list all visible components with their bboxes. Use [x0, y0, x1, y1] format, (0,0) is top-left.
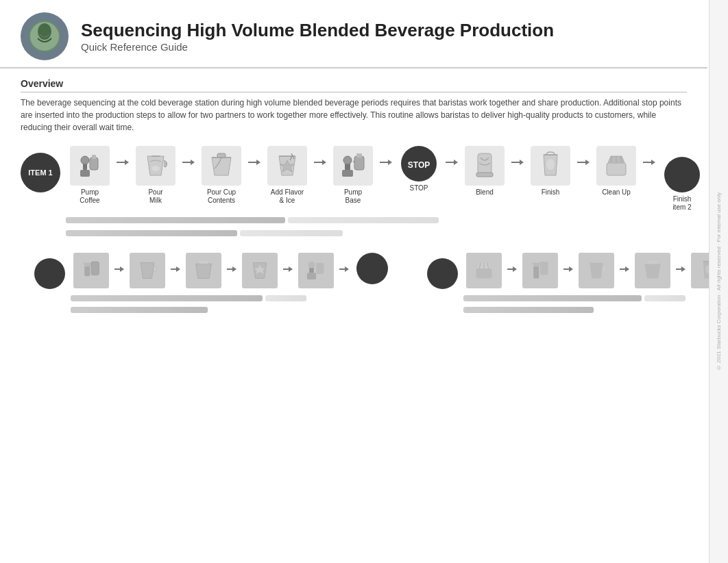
- arrow-head8: [585, 160, 590, 165]
- sub-step-1: [71, 253, 112, 288]
- step-stop-label: STOP: [409, 184, 428, 192]
- sub-arrow-2: [171, 253, 180, 272]
- sub-step-4: [239, 253, 280, 288]
- svg-rect-13: [354, 156, 364, 170]
- sub2-step-3: [576, 253, 617, 288]
- step-stop: STOP STOP: [395, 146, 443, 192]
- arrow6: [446, 146, 458, 165]
- step-pump-base-icon: [333, 146, 373, 186]
- overview-title: Overview: [21, 78, 687, 92]
- arrow-head9: [651, 160, 655, 165]
- svg-point-4: [81, 156, 89, 164]
- sub-step-3: [183, 253, 224, 288]
- sub-arrow-head-2: [176, 266, 180, 272]
- sub-group-1-inner: [34, 253, 393, 316]
- sub-group-1: [34, 253, 393, 316]
- pump-base-svg: [338, 151, 368, 181]
- overview-section: Overview The beverage sequencing at the …: [0, 68, 707, 139]
- sub-step-stop: [352, 253, 393, 284]
- sub-arrow-head-5: [345, 266, 349, 272]
- blurred-g1-2a: [71, 307, 208, 313]
- partner-bar-2b: [240, 230, 343, 236]
- arrow-line6: [446, 162, 454, 163]
- partner-row-1a: [66, 217, 706, 226]
- arrow-line8: [577, 162, 585, 163]
- step-add-flavor-ice-icon: [267, 146, 307, 186]
- clean-up-svg: [601, 151, 631, 181]
- sub2-arrow-line-1: [507, 268, 513, 270]
- step-clean-up-label: Clean Up: [602, 188, 631, 197]
- step-stop-icon: STOP: [401, 146, 437, 182]
- sub-step-3-icon: [186, 253, 221, 288]
- step-pump-base-label: PumpBase: [344, 188, 362, 205]
- sub2-svg-3: [584, 258, 609, 283]
- sub-arrow-line-4: [283, 268, 289, 270]
- arrow-head2: [191, 160, 195, 165]
- svg-rect-32: [316, 263, 324, 274]
- sub2-step-3-icon: [579, 253, 614, 288]
- step-blend-label: Blend: [476, 188, 494, 197]
- sub-stop-svg: [359, 255, 385, 282]
- sub-group-2-blurred-rows: [463, 295, 728, 316]
- sub2-arrow-head-4: [681, 266, 685, 272]
- sub2-step-4: [632, 253, 673, 288]
- sub-step-stop-icon: [356, 253, 388, 284]
- sub2-svg-1: [472, 258, 496, 283]
- svg-point-31: [308, 262, 315, 268]
- step-clean-up-icon: [596, 146, 636, 186]
- arrow-head5: [388, 160, 392, 165]
- svg-rect-14: [356, 153, 362, 158]
- arrow-line2: [182, 162, 191, 163]
- overview-body: The beverage sequencing at the cold beve…: [21, 97, 687, 134]
- sub-arrow-line-5: [339, 268, 345, 270]
- sub2-svg-2: [528, 258, 553, 283]
- sub-arrow-line-1: [114, 268, 120, 270]
- blurred-g2-1a: [463, 295, 642, 301]
- step-blend: Blend: [461, 146, 509, 197]
- copyright-text: © 2021 Starbucks Corporation · All right…: [715, 192, 723, 371]
- arrow4: [314, 146, 326, 165]
- header-text: Sequencing High Volume Blended Beverage …: [81, 20, 554, 53]
- sub-group-2-steps: [463, 253, 728, 316]
- step-pour-milk-icon: [136, 146, 175, 186]
- item2-badge-1: [34, 258, 65, 289]
- logo-icon: [27, 19, 62, 53]
- sub2-arrow-1: [507, 253, 517, 272]
- sub-step-2: [127, 253, 168, 288]
- sub2-arrow-2: [563, 253, 573, 272]
- arrow3: [248, 146, 260, 165]
- arrow2: [182, 146, 195, 165]
- sub2-svg-4: [640, 258, 665, 283]
- svg-rect-20: [607, 163, 626, 175]
- arrow-line4: [314, 162, 322, 163]
- pour-milk-svg: [141, 151, 171, 181]
- sub2-arrow-head-1: [513, 266, 517, 272]
- sub-arrow-5: [339, 253, 349, 272]
- svg-rect-10: [342, 170, 353, 177]
- step-finish-item2-label: Finishitem 2: [672, 195, 691, 212]
- sub-arrow-head-3: [232, 266, 236, 272]
- sub-arrow-head-4: [289, 266, 293, 272]
- sub-step-5-svg: [304, 258, 328, 283]
- section-row-2: [34, 253, 687, 316]
- sub-step-5-icon: [298, 253, 334, 288]
- step-pour-milk-label: PourMilk: [148, 188, 162, 205]
- logo: [21, 12, 69, 60]
- arrow9: [643, 146, 655, 165]
- add-flavor-svg: [272, 151, 302, 181]
- item1-row: ITEM 1: [21, 146, 687, 239]
- item1-badge: ITEM 1: [21, 153, 60, 192]
- step-pump-base: PumpBase: [329, 146, 377, 205]
- arrow-head6: [454, 160, 458, 165]
- sub2-step-4-icon: [635, 253, 670, 288]
- blurred-row-g2-1: [463, 295, 728, 304]
- sub-group-2-steps-row: [463, 253, 728, 288]
- blurred-g1-1a: [71, 295, 263, 301]
- svg-rect-6: [92, 155, 96, 159]
- sub-arrow-head-1: [120, 266, 124, 272]
- step-pour-cup-contents: Pour CupContents: [197, 146, 245, 205]
- svg-rect-26: [91, 262, 99, 275]
- blend-svg: [470, 151, 500, 181]
- partner-row-1b: [66, 230, 706, 239]
- sub-arrow-line-2: [171, 268, 176, 270]
